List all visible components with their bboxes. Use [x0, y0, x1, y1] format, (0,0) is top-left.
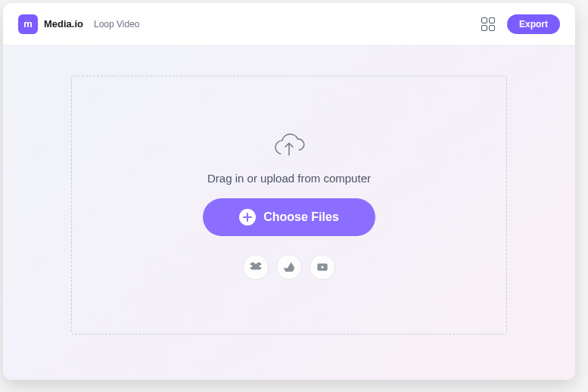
- cloud-upload-icon: [272, 131, 306, 158]
- brand-logo[interactable]: m: [18, 14, 38, 34]
- svg-rect-1: [243, 216, 252, 218]
- export-label: Export: [519, 19, 548, 30]
- google-drive-icon: [283, 261, 295, 273]
- youtube-icon: [316, 261, 328, 273]
- main-area: Drag in or upload from computer Choose F…: [3, 45, 575, 380]
- choose-files-button[interactable]: Choose Files: [203, 198, 375, 236]
- google-drive-source-button[interactable]: [276, 254, 302, 280]
- apps-grid-icon[interactable]: [481, 17, 495, 31]
- logo-text: m: [23, 18, 33, 30]
- dropbox-source-button[interactable]: [243, 254, 269, 280]
- plus-icon: [239, 209, 256, 226]
- choose-label: Choose Files: [263, 210, 339, 224]
- export-button[interactable]: Export: [507, 14, 560, 34]
- upload-dropzone[interactable]: Drag in or upload from computer Choose F…: [71, 76, 507, 334]
- drop-instruction: Drag in or upload from computer: [207, 172, 371, 185]
- youtube-source-button[interactable]: [310, 254, 335, 280]
- tool-name: Loop Video: [94, 19, 140, 30]
- header: m Media.io Loop Video Export: [3, 3, 575, 45]
- app-window: m Media.io Loop Video Export Drag in or …: [3, 3, 575, 380]
- brand-name: Media.io: [44, 18, 83, 30]
- source-row: [243, 254, 335, 280]
- dropbox-icon: [250, 261, 262, 273]
